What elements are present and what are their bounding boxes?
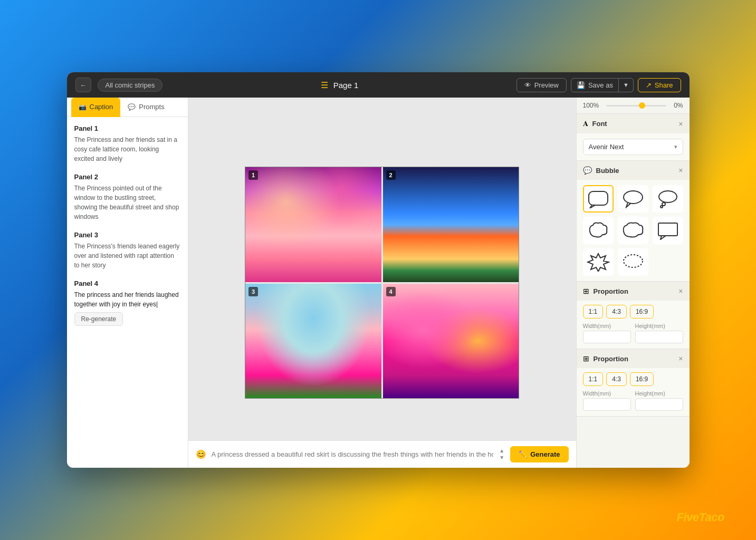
- bubble-section-close[interactable]: ×: [678, 167, 683, 174]
- back-button[interactable]: ←: [75, 78, 91, 92]
- prompt-arrow-up[interactable]: ▲: [499, 448, 505, 454]
- proportion-2-header: ⊞ Proportion ×: [577, 349, 690, 368]
- zoom-bar: 100% 0%: [577, 98, 690, 114]
- width-label-2: Width(mm): [583, 390, 631, 397]
- comic-panel-4[interactable]: 4: [383, 284, 519, 399]
- proportion-1-inputs: Width(mm) Height(mm): [577, 321, 690, 349]
- svg-point-1: [624, 191, 643, 204]
- panel-3-scene: [245, 284, 381, 399]
- proportion-1-title: Proportion: [594, 287, 628, 295]
- height-input-1[interactable]: [635, 331, 683, 343]
- bubble-item-spiky[interactable]: [583, 248, 614, 276]
- bubble-grid: [577, 180, 690, 281]
- prompt-arrows: ▲ ▼: [499, 448, 505, 461]
- zoom-thumb[interactable]: [639, 102, 645, 109]
- bubble-item-rect[interactable]: [653, 217, 683, 244]
- caption-icon: 📷: [79, 103, 87, 111]
- prompt-bar: 😊 ▲ ▼ ✏️ Generate: [188, 440, 576, 468]
- panel-3-section: Panel 3 The Princess's friends leaned ea…: [74, 231, 180, 270]
- bubble-item-cloud-wide[interactable]: [618, 217, 648, 244]
- svg-point-3: [662, 202, 665, 206]
- prop-btn-16-9-b[interactable]: 16:9: [630, 372, 654, 386]
- svg-rect-0: [589, 191, 608, 205]
- toolbar-center: ☰ Page 1: [169, 80, 510, 90]
- bubble-section: 💬 Bubble ×: [577, 161, 690, 282]
- branding: FiveTaco: [676, 510, 724, 524]
- breadcrumb[interactable]: All comic stripes: [98, 79, 163, 92]
- app-window: ← All comic stripes ☰ Page 1 👁 Preview 💾…: [67, 72, 690, 468]
- panel-2-title: Panel 2: [74, 173, 180, 181]
- right-panel: 100% 0% 𝐀 Font × Avenir Next ▾: [576, 98, 690, 468]
- tab-prompts[interactable]: 💬 Prompts: [120, 98, 171, 117]
- font-selector[interactable]: Avenir Next ▾: [583, 139, 683, 155]
- bubble-item-oval[interactable]: [618, 185, 648, 213]
- svg-point-6: [624, 255, 643, 267]
- comic-grid: 1 2 3 4: [245, 167, 519, 399]
- main-layout: 📷 Caption 💬 Prompts Panel 1 The Princess…: [67, 98, 690, 468]
- svg-point-4: [661, 206, 663, 208]
- font-section-close[interactable]: ×: [678, 120, 683, 128]
- height-label-1: Height(mm): [635, 323, 683, 329]
- sidebar-content: Panel 1 The Princess and her friends sat…: [67, 117, 188, 468]
- panel-2-text: The Princess pointed out of the window t…: [74, 184, 180, 221]
- share-icon: ↗: [646, 81, 652, 89]
- width-label-1: Width(mm): [583, 323, 631, 329]
- panel-1-scene: [245, 167, 381, 282]
- prop-btn-4-3-b[interactable]: 4:3: [606, 372, 627, 386]
- eye-icon: 👁: [524, 81, 531, 89]
- width-input-2[interactable]: [583, 398, 631, 411]
- left-sidebar: 📷 Caption 💬 Prompts Panel 1 The Princess…: [67, 98, 188, 468]
- save-icon: 💾: [577, 81, 585, 89]
- proportion-icon-1: ⊞: [583, 287, 589, 295]
- bubble-section-header: 💬 Bubble ×: [577, 161, 690, 180]
- proportion-icon-2: ⊞: [583, 354, 589, 363]
- svg-rect-5: [658, 223, 677, 236]
- height-group-2: Height(mm): [635, 390, 683, 411]
- tab-caption[interactable]: 📷 Caption: [71, 98, 121, 117]
- generate-button[interactable]: ✏️ Generate: [510, 446, 568, 462]
- bubble-item-thought[interactable]: [653, 185, 683, 213]
- font-section-header: 𝐀 Font ×: [577, 114, 690, 133]
- comic-panel-2[interactable]: 2: [383, 167, 519, 282]
- zoom-max: 0%: [671, 102, 683, 109]
- panel-3-title: Panel 3: [74, 231, 180, 239]
- prompt-arrow-down[interactable]: ▼: [499, 455, 505, 461]
- bubble-item-dotted[interactable]: [618, 248, 648, 276]
- height-label-2: Height(mm): [635, 390, 683, 397]
- prompt-emoji-icon: 😊: [196, 449, 206, 459]
- panel-1-section: Panel 1 The Princess and her friends sat…: [74, 124, 180, 163]
- height-group-1: Height(mm): [635, 323, 683, 343]
- proportion-section-2: ⊞ Proportion × 1:1 4:3 16:9 Width(mm): [577, 349, 690, 417]
- panel-3-text: The Princess's friends leaned eagerly ov…: [74, 242, 180, 270]
- save-dropdown-button[interactable]: ▼: [619, 78, 634, 92]
- font-name: Avenir Next: [589, 143, 624, 151]
- comic-panel-3[interactable]: 3: [245, 284, 381, 399]
- prop-btn-1-1-b[interactable]: 1:1: [583, 372, 604, 386]
- proportion-2-close[interactable]: ×: [678, 355, 683, 362]
- panel-4-number: 4: [386, 287, 396, 296]
- generate-icon: ✏️: [519, 450, 527, 458]
- preview-button[interactable]: 👁 Preview: [516, 78, 567, 92]
- prompt-input[interactable]: [212, 450, 494, 458]
- bubble-item-rounded[interactable]: [583, 185, 614, 213]
- panel-3-number: 3: [248, 287, 258, 296]
- proportion-1-close[interactable]: ×: [678, 287, 683, 295]
- toolbar: ← All comic stripes ☰ Page 1 👁 Preview 💾…: [67, 72, 690, 98]
- panel-2-number: 2: [386, 170, 396, 180]
- comic-panel-1[interactable]: 1: [245, 167, 381, 282]
- width-input-1[interactable]: [583, 331, 631, 343]
- share-button[interactable]: ↗ Share: [638, 78, 681, 92]
- prop-btn-1-1[interactable]: 1:1: [583, 305, 604, 319]
- save-as-button[interactable]: 💾 Save as: [571, 78, 619, 92]
- regenerate-button[interactable]: Re-generate: [74, 312, 123, 326]
- bubble-item-cloud[interactable]: [583, 217, 614, 244]
- page-title: Page 1: [333, 81, 359, 90]
- panel-4-title: Panel 4: [74, 279, 180, 287]
- toolbar-right: 👁 Preview 💾 Save as ▼ ↗ Share: [516, 78, 681, 92]
- prop-btn-16-9[interactable]: 16:9: [630, 305, 654, 319]
- zoom-slider[interactable]: [606, 105, 666, 107]
- height-input-2[interactable]: [635, 398, 683, 411]
- panel-4-text: The princess and her friends laughed tog…: [74, 290, 180, 309]
- prop-btn-4-3[interactable]: 4:3: [606, 305, 627, 319]
- canvas-area: 1 2 3 4 �: [188, 98, 576, 468]
